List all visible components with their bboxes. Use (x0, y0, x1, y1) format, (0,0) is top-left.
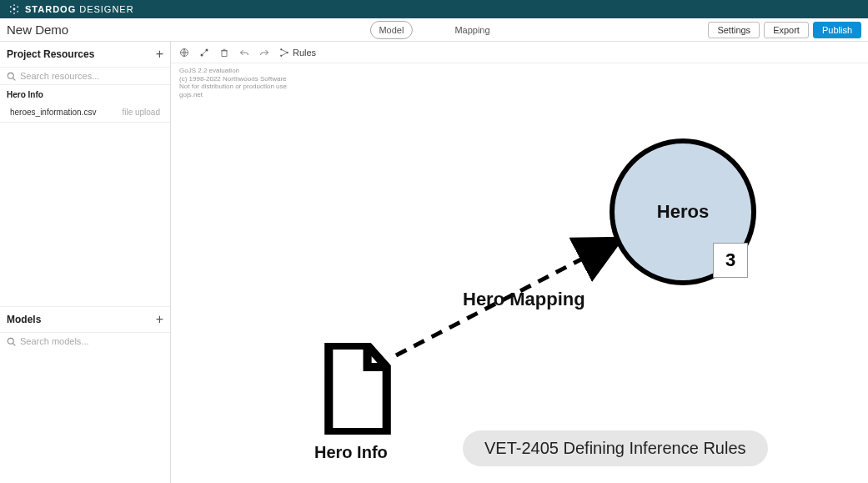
brand-suffix: DESIGNER (79, 4, 133, 14)
attribute-count-badge[interactable]: 3 (713, 243, 748, 278)
rules-button[interactable]: Rules (279, 48, 316, 58)
svg-line-14 (203, 51, 206, 54)
brand-logo-icon (8, 3, 20, 15)
datasource-node-label: Hero Info (314, 443, 388, 462)
svg-point-1 (10, 6, 12, 8)
undo-tool-icon[interactable] (239, 48, 249, 58)
svg-point-5 (13, 4, 15, 6)
models-header-label: Models (7, 314, 41, 325)
rules-label: Rules (293, 48, 316, 58)
canvas-area: Rules GoJS 2.2 evaluation (c) 1998-2022 … (171, 42, 868, 483)
svg-point-7 (8, 73, 13, 78)
relation-tool-icon[interactable] (199, 48, 209, 58)
export-button[interactable]: Export (764, 22, 809, 38)
resources-header-label: Project Resources (7, 48, 94, 60)
svg-point-2 (17, 6, 18, 8)
svg-point-13 (206, 48, 208, 51)
globe-tool-icon[interactable] (179, 48, 189, 58)
svg-point-12 (201, 53, 203, 56)
svg-point-9 (8, 338, 13, 344)
svg-point-6 (13, 13, 15, 14)
svg-rect-15 (222, 50, 227, 56)
add-model-button[interactable]: + (156, 312, 163, 327)
svg-point-4 (17, 11, 18, 13)
svg-point-3 (10, 11, 12, 13)
brand-name: STARDOG (25, 4, 76, 14)
models-panel-header: Models + (0, 306, 170, 333)
view-tabs: Model Mapping (369, 21, 498, 39)
sidebar: Project Resources + Hero Info heroes_inf… (0, 42, 171, 483)
resource-file-meta: file upload (122, 108, 160, 117)
publish-button[interactable]: Publish (813, 22, 861, 38)
settings-button[interactable]: Settings (708, 22, 760, 38)
search-models-row (0, 333, 170, 350)
diagram-canvas[interactable]: Heros 3 Hero Info Hero Mapping VET-2405 … (171, 63, 868, 483)
resource-group-label[interactable]: Hero Info (0, 85, 170, 104)
rules-icon (279, 48, 289, 58)
resources-panel-header: Project Resources + (0, 42, 170, 68)
svg-line-8 (13, 78, 16, 80)
resource-file-row[interactable]: heroes_information.csv file upload (0, 104, 170, 123)
search-models-input[interactable] (20, 336, 163, 346)
search-icon (7, 337, 16, 346)
project-title[interactable]: New Demo (7, 23, 68, 37)
search-resources-row (0, 68, 170, 85)
resource-file-name: heroes_information.csv (10, 108, 96, 117)
tab-model[interactable]: Model (369, 21, 413, 39)
mapping-edge-label: Hero Mapping (463, 289, 585, 310)
svg-point-0 (13, 8, 16, 11)
header-actions: Settings Export Publish (708, 22, 861, 38)
search-resources-input[interactable] (20, 71, 163, 81)
canvas-toolbar: Rules (171, 42, 868, 63)
overlay-caption-pill: VET-2405 Defining Inference Rules (463, 430, 768, 466)
svg-line-10 (13, 343, 16, 345)
sub-header: New Demo Model Mapping Settings Export P… (0, 18, 868, 42)
file-icon (321, 343, 394, 435)
tab-mapping[interactable]: Mapping (446, 22, 498, 38)
app-topbar: STARDOG DESIGNER (0, 0, 868, 18)
class-node-label: Heros (657, 201, 709, 223)
search-icon (7, 72, 16, 81)
redo-tool-icon[interactable] (259, 48, 269, 58)
delete-tool-icon[interactable] (219, 48, 229, 58)
add-resource-button[interactable]: + (156, 47, 163, 62)
datasource-node-heroinfo[interactable] (321, 343, 394, 435)
